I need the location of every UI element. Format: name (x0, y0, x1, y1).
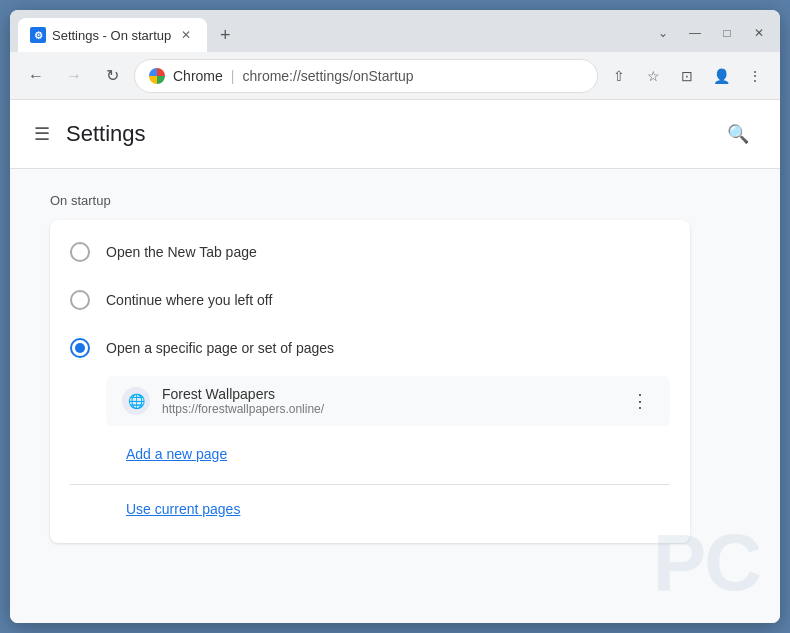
page-entry-info: Forest Wallpapers https://forestwallpape… (162, 386, 614, 416)
chevron-down-icon[interactable]: ⌄ (650, 20, 676, 46)
option-new-tab-label: Open the New Tab page (106, 244, 257, 260)
address-url: chrome://settings/onStartup (242, 68, 583, 84)
divider (70, 484, 670, 485)
tab-favicon: ⚙ (30, 27, 46, 43)
address-bar[interactable]: Chrome | chrome://settings/onStartup (134, 59, 598, 93)
option-continue-label: Continue where you left off (106, 292, 272, 308)
hamburger-menu-icon[interactable]: ☰ (34, 123, 50, 145)
close-button[interactable]: ✕ (746, 20, 772, 46)
page-entry-menu-button[interactable]: ⋮ (626, 387, 654, 415)
use-current-links: Use current pages (50, 489, 690, 535)
menu-icon[interactable]: ⋮ (740, 61, 770, 91)
page-entry-url: https://forestwallpapers.online/ (162, 402, 614, 416)
page-content: PC ☰ Settings 🔍 On startup Open the New … (10, 100, 780, 623)
option-new-tab[interactable]: Open the New Tab page (50, 228, 690, 276)
browser-window: ⚙ Settings - On startup ✕ + ⌄ — □ ✕ ← → … (10, 10, 780, 623)
specific-page-section: 🌐 Forest Wallpapers https://forestwallpa… (50, 372, 690, 434)
settings-header-left: ☰ Settings (34, 121, 146, 147)
page-entry-globe-icon: 🌐 (122, 387, 150, 415)
new-tab-button[interactable]: + (211, 21, 239, 49)
tab-strip: ⚙ Settings - On startup ✕ + (18, 18, 650, 52)
radio-specific[interactable] (70, 338, 90, 358)
user-account-icon[interactable]: 👤 (706, 61, 736, 91)
reload-button[interactable]: ↻ (96, 60, 128, 92)
window-controls: ⌄ — □ ✕ (650, 20, 772, 46)
title-bar: ⚙ Settings - On startup ✕ + ⌄ — □ ✕ (10, 10, 780, 52)
tab-close-button[interactable]: ✕ (177, 26, 195, 44)
address-separator: | (231, 68, 235, 84)
add-new-page-link[interactable]: Add a new page (70, 438, 670, 470)
option-specific[interactable]: Open a specific page or set of pages (50, 324, 690, 372)
radio-new-tab[interactable] (70, 242, 90, 262)
maximize-button[interactable]: □ (714, 20, 740, 46)
address-bar-row: ← → ↻ Chrome | chrome://settings/onStart… (10, 52, 780, 100)
use-current-pages-link[interactable]: Use current pages (70, 493, 670, 525)
forward-button[interactable]: → (58, 60, 90, 92)
search-settings-button[interactable]: 🔍 (720, 116, 756, 152)
page-entry-name: Forest Wallpapers (162, 386, 614, 402)
bookmark-icon[interactable]: ☆ (638, 61, 668, 91)
radio-continue[interactable] (70, 290, 90, 310)
settings-body: On startup Open the New Tab page Continu… (10, 169, 780, 567)
active-tab[interactable]: ⚙ Settings - On startup ✕ (18, 18, 207, 52)
address-bar-actions: ⇧ ☆ ⊡ 👤 ⋮ (604, 61, 770, 91)
tab-title: Settings - On startup (52, 28, 171, 43)
settings-page-title: Settings (66, 121, 146, 147)
profile-switcher-icon[interactable]: ⊡ (672, 61, 702, 91)
share-icon[interactable]: ⇧ (604, 61, 634, 91)
startup-options-card: Open the New Tab page Continue where you… (50, 220, 690, 543)
chrome-logo-icon (149, 68, 165, 84)
settings-header: ☰ Settings 🔍 (10, 100, 780, 169)
startup-page-entry: 🌐 Forest Wallpapers https://forestwallpa… (106, 376, 670, 426)
minimize-button[interactable]: — (682, 20, 708, 46)
option-specific-label: Open a specific page or set of pages (106, 340, 334, 356)
option-continue[interactable]: Continue where you left off (50, 276, 690, 324)
section-label: On startup (50, 193, 740, 208)
options-links: Add a new page (50, 434, 690, 480)
site-name: Chrome (173, 68, 223, 84)
back-button[interactable]: ← (20, 60, 52, 92)
